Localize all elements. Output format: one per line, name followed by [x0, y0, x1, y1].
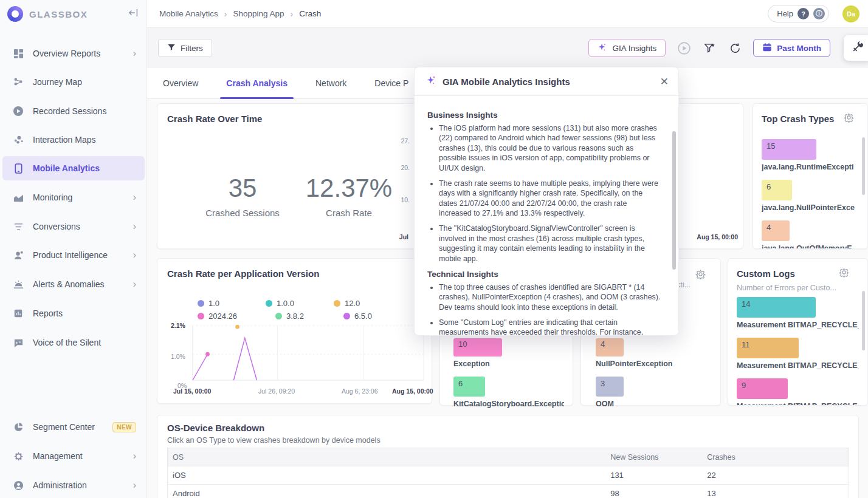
legend-item[interactable]: 1.0 — [198, 299, 240, 308]
crash-type-bar[interactable]: 4 — [762, 220, 790, 241]
sidebar-item-reports[interactable]: Reports — [2, 301, 145, 326]
sidebar-item-product-intelligence[interactable]: Product Intelligence› — [2, 243, 145, 267]
sidebar-item-journey-map[interactable]: Journey Map — [2, 70, 145, 94]
phone-icon — [12, 162, 24, 174]
tab-overview[interactable]: Overview — [163, 68, 198, 99]
admin-icon — [12, 479, 24, 491]
area-chart-icon — [12, 191, 24, 203]
custom-log-bar[interactable]: 14 — [737, 297, 816, 318]
brand-name: GLASSBOX — [29, 9, 122, 19]
chevron-right-icon: › — [133, 221, 136, 232]
top-bar: Mobile Analytics › Shopping App › Crash … — [147, 0, 868, 28]
sidebar: GLASSBOX Overview Reports› Journey Map R… — [0, 0, 147, 498]
tools-button[interactable] — [844, 35, 868, 61]
card-scrollbar[interactable] — [862, 291, 865, 350]
legend-item[interactable]: 12.0 — [334, 299, 376, 308]
chevron-right-icon: › — [133, 192, 136, 203]
filter-toolbar: Filters GIA Insights Past Month — [147, 28, 868, 68]
popup-scrollbar[interactable] — [672, 131, 676, 270]
tab-device-performance[interactable]: Device P — [374, 68, 408, 99]
crash-bar-label: KitCatalogStoryboard.Exception' — [453, 400, 564, 408]
crash-bar[interactable]: 10 — [453, 338, 502, 356]
sidebar-collapse-icon[interactable] — [128, 7, 139, 21]
crash-type-bar[interactable]: 15 — [762, 139, 816, 160]
custom-log-bar[interactable]: 9 — [737, 378, 788, 399]
sidebar-item-interaction-maps[interactable]: Interaction Maps — [2, 128, 145, 152]
breadcrumb-mobile-analytics[interactable]: Mobile Analytics — [159, 9, 218, 18]
run-play-icon[interactable] — [677, 41, 691, 55]
crash-rate-per-app-version-card: Crash Rate per Application Version 1.0 1… — [157, 258, 432, 404]
legend-dot-icon — [275, 313, 282, 319]
question-icon[interactable]: ? — [797, 8, 809, 19]
refresh-icon[interactable] — [728, 41, 742, 55]
col-crashes: Crashes — [702, 453, 849, 462]
tab-network[interactable]: Network — [315, 68, 346, 99]
technical-insights-heading: Technical Insights — [427, 270, 661, 279]
sidebar-item-administration[interactable]: Administration› — [2, 473, 145, 497]
legend-item[interactable]: 3.8.2 — [275, 312, 318, 321]
y-tick: 10. — [401, 196, 410, 203]
sparkle-icon — [598, 43, 607, 54]
sidebar-item-mobile-analytics[interactable]: Mobile Analytics — [2, 156, 145, 180]
crash-type-label: java.lang.RuntimeExcepti — [762, 163, 858, 171]
sidebar-item-recorded-sessions[interactable]: Recorded Sessions — [2, 99, 145, 123]
table-row-android[interactable]: Android 98 13 — [168, 485, 849, 498]
gia-insights-button[interactable]: GIA Insights — [588, 39, 666, 57]
col-new-sessions: New Sessions — [605, 453, 702, 462]
legend-item[interactable]: 6.5.0 — [343, 312, 386, 321]
wrench-icon — [852, 41, 864, 55]
grid-icon — [12, 47, 24, 60]
sidebar-item-monitoring[interactable]: Monitoring› — [2, 185, 145, 210]
crash-bar[interactable]: 3 — [596, 377, 624, 397]
custom-log-label: Measurement BITMAP_RECYCLE_ — [737, 321, 859, 329]
help-button[interactable]: Help ? ⓘ — [768, 5, 829, 22]
os-device-breakdown-card: OS-Device Breakdown Click an OS Type to … — [157, 415, 859, 498]
x-tick: Jul — [399, 233, 408, 240]
gia-insights-popup: GIA Mobile Analytics Insights ✕ Business… — [414, 67, 679, 336]
card-settings-gear-icon[interactable] — [844, 112, 854, 125]
breadcrumb-shopping-app[interactable]: Shopping App — [233, 9, 284, 18]
sidebar-item-conversions[interactable]: Conversions› — [2, 214, 145, 239]
play-circle-icon — [12, 105, 24, 117]
chevron-right-icon: › — [133, 48, 136, 59]
close-icon[interactable]: ✕ — [660, 75, 669, 88]
legend-dot-icon — [198, 300, 204, 307]
new-badge: NEW — [112, 422, 136, 432]
crash-bar[interactable]: 6 — [453, 377, 485, 397]
sidebar-item-voice-of-the-silent[interactable]: Voice of the Silent — [2, 330, 145, 355]
filters-button[interactable]: Filters — [158, 39, 212, 57]
sidebar-item-segment-center[interactable]: Segment Center NEW — [2, 415, 145, 439]
avatar[interactable]: Da — [842, 5, 859, 22]
top-crash-types-card: Top Crash Types 15 java.lang.RuntimeExce… — [753, 103, 868, 249]
popup-header: GIA Mobile Analytics Insights ✕ — [415, 67, 678, 96]
table-row-ios[interactable]: iOS 131 22 — [168, 466, 849, 485]
sidebar-item-alerts-anomalies[interactable]: Alerts & Anomalies› — [2, 272, 145, 296]
crash-bar[interactable]: 4 — [596, 338, 624, 356]
card-settings-gear-icon[interactable] — [839, 267, 849, 280]
sidebar-item-management[interactable]: Management› — [2, 444, 145, 468]
table-header-row: OS New Sessions Crashes — [168, 448, 849, 466]
y-tick: 2.1% — [171, 322, 185, 329]
gear-icon — [12, 450, 24, 462]
legend-item[interactable]: 2024.26 — [198, 312, 250, 321]
legend-item[interactable]: 1.0.0 — [266, 299, 308, 308]
breadcrumb-separator-icon: › — [291, 9, 294, 19]
tab-crash-analysis[interactable]: Crash Analysis — [226, 68, 288, 99]
legend-dot-icon — [334, 300, 340, 307]
custom-log-bar[interactable]: 11 — [737, 338, 799, 358]
info-icon[interactable]: ⓘ — [813, 8, 825, 19]
card-scrollbar[interactable] — [862, 137, 865, 195]
card-settings-gear-icon[interactable] — [695, 269, 706, 282]
sidebar-item-overview-reports[interactable]: Overview Reports› — [2, 41, 145, 66]
crash-rate-value: 12.37% — [288, 174, 410, 203]
col-os: OS — [168, 453, 605, 462]
funnel-star-icon[interactable] — [702, 41, 717, 55]
breadcrumb: Mobile Analytics › Shopping App › Crash — [159, 9, 768, 19]
funnel-lines-icon — [12, 220, 24, 233]
crash-type-label: java.lang.NullPointerExce — [762, 203, 858, 212]
crash-type-bar[interactable]: 6 — [762, 180, 792, 200]
y-tick: 20. — [401, 164, 410, 171]
chevron-right-icon: › — [133, 250, 136, 261]
crash-rate-label: Crash Rate — [288, 208, 410, 218]
date-range-button[interactable]: Past Month — [753, 39, 830, 57]
